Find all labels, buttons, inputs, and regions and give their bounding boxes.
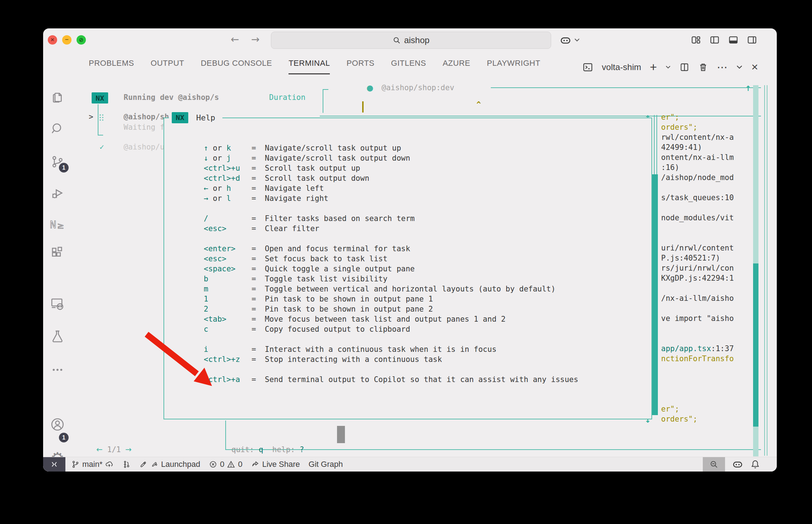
remote-indicator-button[interactable] <box>43 457 65 472</box>
warning-count: 0 <box>238 460 242 469</box>
pager-left-icon[interactable]: ← <box>96 445 103 454</box>
copilot-icon[interactable] <box>560 35 571 46</box>
zoom-window-button[interactable]: ⊘ <box>77 35 86 45</box>
output-border-line-a <box>654 115 655 174</box>
tab-ports[interactable]: PORTS <box>346 59 374 72</box>
tab-playwright[interactable]: PLAYWRIGHT <box>487 59 540 72</box>
terminal-output-line: orders"; <box>661 123 760 133</box>
tab-output[interactable]: OUTPUT <box>151 59 184 72</box>
run-debug-icon[interactable] <box>50 185 65 201</box>
close-icon: × <box>48 35 57 45</box>
problems-status-item[interactable]: 0 0 <box>209 460 243 469</box>
close-panel-icon[interactable]: × <box>751 60 758 74</box>
toggle-secondary-sidebar-icon[interactable] <box>747 35 757 45</box>
terminal-output-line: node_modules/vit <box>661 213 760 224</box>
help-shortcut-row: <ctrl>+d=Scroll task output down <box>204 173 578 183</box>
terminal-output-line: orders"; <box>661 415 760 425</box>
screencast-zoom-button[interactable] <box>703 457 725 472</box>
terminal-output-line <box>661 395 760 405</box>
terminal-output-line <box>661 334 760 344</box>
task-expand-chevron[interactable]: > <box>89 112 93 121</box>
output-scrollbar-thumb-left[interactable] <box>652 174 658 415</box>
error-count: 0 <box>220 460 224 469</box>
copilot-status-icon[interactable] <box>732 459 743 470</box>
terminal-output-line <box>661 284 760 294</box>
close-window-button[interactable]: × <box>48 35 57 45</box>
toggle-primary-sidebar-icon[interactable] <box>709 35 720 45</box>
caret-indicator: ^ <box>476 100 481 109</box>
quit-label: quit: <box>231 445 254 454</box>
help-shortcut-row: ↑ or k=Navigate/scroll task output up <box>204 143 578 153</box>
remote-explorer-icon[interactable] <box>50 296 65 312</box>
terminal-output-line: /nx-ai-llm/aisho <box>661 294 760 304</box>
new-terminal-button[interactable]: + <box>650 60 657 74</box>
search-value: aishop <box>404 35 430 45</box>
task-grip-icon <box>99 114 105 122</box>
history-back-button[interactable]: ← <box>231 33 239 45</box>
git-graph-status-item[interactable]: Git Graph <box>309 460 343 469</box>
explorer-icon[interactable] <box>50 89 65 105</box>
more-views-icon[interactable] <box>50 362 65 378</box>
terminal-output-column: er";orders";rwl/content/nx-a42499:41)ont… <box>661 113 760 425</box>
terminal-output-line: KXgDP.js:42294:1 <box>661 274 760 284</box>
pager-pages: 1/1 <box>107 445 121 454</box>
terminal-output-line: /aishop/node_mod <box>661 173 760 183</box>
command-center-search[interactable]: aishop <box>271 32 551 49</box>
pager-right-icon[interactable]: → <box>125 445 132 454</box>
tab-debug-console[interactable]: DEBUG CONSOLE <box>201 59 272 72</box>
more-actions-icon[interactable]: ⋯ <box>717 61 728 73</box>
kill-terminal-icon[interactable] <box>698 62 708 72</box>
help-shortcut-row: <tab>=Move focus between task list and o… <box>204 314 578 324</box>
testing-icon[interactable] <box>50 328 65 344</box>
terminal-shell-name[interactable]: volta-shim <box>602 62 641 72</box>
notifications-bell-icon[interactable] <box>750 459 760 469</box>
pipeline-status-item[interactable] <box>122 460 131 469</box>
minimize-icon: − <box>62 35 71 45</box>
branch-status-item[interactable]: main* <box>71 460 114 469</box>
help-label: help: <box>272 445 295 454</box>
pane-scroll-up-icon[interactable]: ↑ <box>745 84 751 93</box>
tab-problems[interactable]: PROBLEMS <box>89 59 134 72</box>
help-shortcut-row: i=Interact with a continuous task when i… <box>204 344 578 354</box>
tab-azure[interactable]: AZURE <box>443 59 470 72</box>
terminal-output-line <box>661 385 760 395</box>
warnings-icon <box>227 460 235 469</box>
minimize-window-button[interactable]: − <box>62 35 71 45</box>
git-graph-label: Git Graph <box>309 460 343 469</box>
panel-chevron-icon[interactable] <box>736 65 743 69</box>
terminal-block-cursor <box>337 426 345 443</box>
copilot-chevron-icon[interactable] <box>574 38 580 42</box>
customize-layout-icon[interactable] <box>691 35 701 45</box>
accounts-icon[interactable] <box>50 417 65 432</box>
help-blank-row <box>204 364 578 374</box>
live-share-status-item[interactable]: Live Share <box>251 460 300 469</box>
pipeline-icon <box>122 460 131 469</box>
pane-scrollbar-thumb[interactable] <box>753 263 758 427</box>
help-shortcut-row: → or l=Navigate right <box>204 193 578 203</box>
help-blank-row <box>204 234 578 244</box>
terminal-output-line: 42499:41) <box>661 143 760 153</box>
zoom-icon: ⊘ <box>77 35 86 45</box>
quit-key: q <box>259 445 263 454</box>
split-terminal-icon[interactable] <box>679 62 689 72</box>
help-shortcut-row: /=Filter tasks based on search term <box>204 213 578 224</box>
search-icon <box>393 36 401 44</box>
rocket-small-icon <box>151 460 158 468</box>
terminal-output-line <box>661 183 760 193</box>
tab-terminal[interactable]: TERMINAL <box>289 59 330 72</box>
terminal-shell-icon <box>582 62 593 73</box>
terminal-cursor-bar <box>362 101 364 112</box>
search-sidebar-icon[interactable] <box>50 120 65 136</box>
live-share-label: Live Share <box>262 460 300 469</box>
launchpad-status-item[interactable]: Launchpad <box>139 460 200 469</box>
task-tree-elbow <box>98 135 103 135</box>
history-forward-button[interactable]: → <box>251 33 259 45</box>
help-shortcut-list: ↑ or k=Navigate/scroll task output up↓ o… <box>204 143 578 385</box>
quit-help-hint: quit: q help: ? <box>231 445 304 454</box>
extensions-icon[interactable] <box>50 245 65 261</box>
tab-gitlens[interactable]: GITLENS <box>391 59 426 72</box>
toggle-panel-icon[interactable] <box>728 35 739 45</box>
new-terminal-dropdown-icon[interactable] <box>665 65 671 69</box>
terminal-output-line: ve import "aisho <box>661 314 760 324</box>
nx-console-icon[interactable]: N≥ <box>50 217 65 233</box>
